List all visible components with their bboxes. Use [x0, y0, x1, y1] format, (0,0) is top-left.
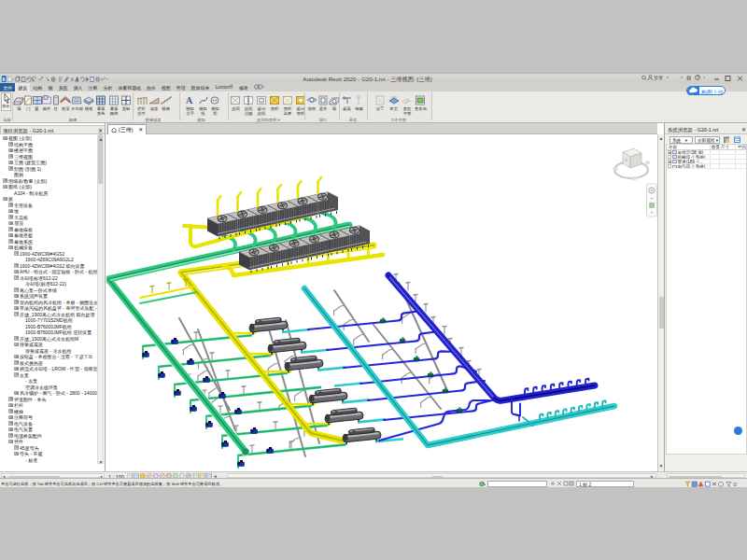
svg-text:前: 前 [625, 159, 628, 162]
svg-text:A: A [75, 76, 78, 81]
svg-text:R: R [3, 76, 6, 82]
svg-text::0: :0 [733, 482, 737, 487]
svg-text:?: ? [697, 75, 699, 80]
svg-text:A: A [186, 95, 193, 105]
svg-text:登录: 登录 [654, 75, 663, 81]
